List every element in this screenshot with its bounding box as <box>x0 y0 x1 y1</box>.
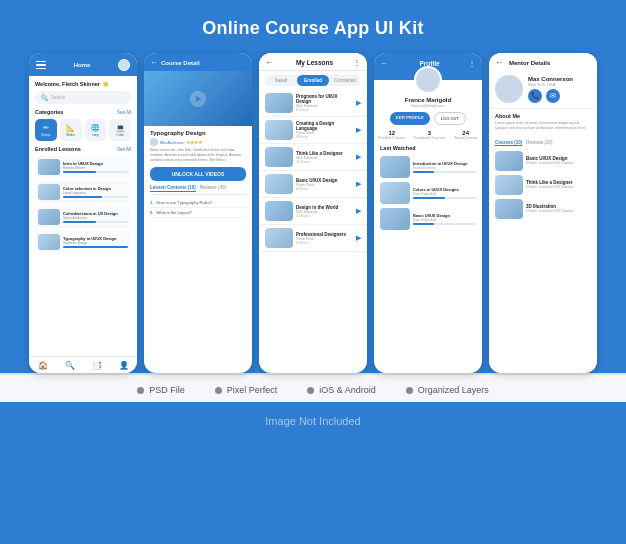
mentor-location: New York, USA <box>528 82 591 87</box>
category-language[interactable]: 🌐 Lang <box>85 119 107 141</box>
phone1-title: Home <box>74 62 91 68</box>
badge-dot <box>406 387 413 394</box>
tab-reviews[interactable]: Reviews (20) <box>526 140 552 146</box>
lessons-tab-bar: Saved Enrolled Completed <box>265 75 361 86</box>
hamburger-icon[interactable] <box>36 61 46 70</box>
bottom-badges-bar: PSD File Pixel Perfect iOS & Android Org… <box>0 373 626 402</box>
back-arrow-icon[interactable]: ← <box>150 58 158 67</box>
stats-row: 12 Enrolled Courses 3 Completed Courses … <box>374 130 482 140</box>
mc-info: 3D Illustration 6 Hours · Completed 4/20… <box>526 204 573 213</box>
badge-pixel: Pixel Perfect <box>215 385 278 395</box>
list-item[interactable]: Think Like a Designer 8 Hours · Complete… <box>489 173 597 197</box>
lesson-thumb <box>265 174 293 194</box>
list-item[interactable]: Professional Designers Fiona Clark 8 Hou… <box>259 225 367 252</box>
list-item[interactable]: Creating a Design Language Fiona Clark 8… <box>259 117 367 144</box>
tab-completed[interactable]: Completed <box>329 75 361 86</box>
watched-info: Colors in UI/UX Designs Dave Hopperfield <box>413 187 476 199</box>
logout-button[interactable]: LOG OUT <box>434 112 466 125</box>
enroll-button[interactable]: UNLOCK ALL VIDEOS <box>150 167 246 181</box>
course-author: Mia Anderson ★★★★ <box>150 138 246 146</box>
menu-icon[interactable]: ⋮ <box>468 59 476 68</box>
design-icon: ✏ <box>43 124 49 132</box>
course-name: Typography Design <box>150 130 246 136</box>
lesson-info: Professional Designers Fiona Clark 8 Hou… <box>296 232 353 245</box>
category-maths[interactable]: 📐 Maths <box>60 119 82 141</box>
course-detail-title: Course Detail <box>161 60 200 66</box>
home-nav-icon[interactable]: 🏠 <box>38 361 48 370</box>
list-item[interactable]: Intro to UI/UX Design Ramsey Skinner <box>35 156 131 178</box>
badge-label: PSD File <box>149 385 185 395</box>
chevron-right-icon: ▶ <box>356 99 361 107</box>
about-title: About Me <box>495 113 591 119</box>
mentor-info: Max Connerson New York, USA 📞 ✉ <box>528 76 591 103</box>
watched-info: Basic UI/UX Design Dave Hopperfield <box>413 213 476 225</box>
enrolled-list: Intro to UI/UX Design Ramsey Skinner Col… <box>35 156 131 253</box>
list-item[interactable]: Introduction to UI/UX Design Brooke Funs… <box>374 154 482 180</box>
list-item[interactable]: 1. How to use Typography Rules? <box>150 198 246 208</box>
back-arrow-icon[interactable]: ← <box>265 58 273 67</box>
menu-icon[interactable]: ⋮ <box>353 58 361 67</box>
profile-avatar <box>414 66 442 94</box>
tab-lesson-contents[interactable]: Lesson Contents (10) <box>150 185 196 192</box>
chevron-right-icon: ▶ <box>356 180 361 188</box>
tab-reviews[interactable]: Reviews (40) <box>200 185 226 192</box>
message-icon-button[interactable]: ✉ <box>546 89 560 103</box>
footer-text: Image Not Included <box>265 415 360 427</box>
profile-avatar-wrap <box>374 66 482 94</box>
enrolled-thumb-2 <box>38 184 60 200</box>
mentor-course-tabs: Courses (10) Reviews (20) <box>489 140 597 146</box>
list-item[interactable]: Colordecisions in UX Design Storrie Ashb… <box>35 206 131 228</box>
list-item[interactable]: Programs for UI/UX Design Nick Edwards 8… <box>259 90 367 117</box>
list-item[interactable]: Basic UI/UX Design Dave Hopperfield <box>374 206 482 232</box>
search-bar[interactable]: 🔍 Search <box>35 91 131 104</box>
enrolled-info-2: Color selection in Design Laura Langströ… <box>63 186 128 198</box>
list-item[interactable]: Basic UI/UX Design 8 Hours · Completed 4… <box>489 149 597 173</box>
list-item[interactable]: Think Like a Designer Nick Edwards 10 Ho… <box>259 144 367 171</box>
list-item[interactable]: Typography in UI/UX Design Daydream Desi… <box>35 231 131 253</box>
edit-profile-button[interactable]: EDIT PROFILE <box>390 112 430 125</box>
top-section: Online Course App UI Kit <box>0 0 626 53</box>
phone-mentor-details: ← Mentor Details Max Connerson New York,… <box>489 53 597 373</box>
last-watched-title: Last Watched <box>380 145 476 151</box>
badge-dot <box>307 387 314 394</box>
list-item[interactable]: Design in the World Nick Edwards 12 Hour… <box>259 198 367 225</box>
lesson-thumb <box>265 201 293 221</box>
profile-nav-icon[interactable]: 👤 <box>119 361 129 370</box>
stat-completed: 3 Completed Courses <box>414 130 445 140</box>
list-item[interactable]: 3D Illustration 6 Hours · Completed 4/20… <box>489 197 597 221</box>
list-item[interactable]: Color selection in Design Laura Langströ… <box>35 181 131 203</box>
list-item[interactable]: Colors in UI/UX Designs Dave Hopperfield <box>374 180 482 206</box>
badge-label: Organized Layers <box>418 385 489 395</box>
chevron-right-icon: ▶ <box>356 207 361 215</box>
mentor-top: Max Connerson New York, USA 📞 ✉ <box>489 70 597 109</box>
search-nav-icon[interactable]: 🔍 <box>65 361 75 370</box>
bottom-nav: 🏠 🔍 📑 👤 <box>29 356 137 373</box>
enrolled-info-3: Colordecisions in UX Design Storrie Ashb… <box>63 211 128 223</box>
back-arrow-icon[interactable]: ← <box>495 58 503 67</box>
bookmark-nav-icon[interactable]: 📑 <box>92 361 102 370</box>
list-item[interactable]: Basic UI/UX Design Fiona Clark 8 Hours ▶ <box>259 171 367 198</box>
category-design[interactable]: ✏ Design <box>35 119 57 141</box>
enrolled-thumb-4 <box>38 234 60 250</box>
category-code[interactable]: 💻 Code <box>109 119 131 141</box>
enrolled-label: Enrolled Lessons <box>35 146 81 152</box>
welcome-text: Welcome, Fletch Skinner 👋 <box>35 81 131 87</box>
mentor-avatar <box>495 75 523 103</box>
back-arrow-icon[interactable]: ← <box>380 59 388 68</box>
tab-enrolled[interactable]: Enrolled <box>297 75 329 86</box>
phone-icon-button[interactable]: 📞 <box>528 89 542 103</box>
see-all-enrolled[interactable]: See All <box>117 147 131 152</box>
chevron-right-icon: ▶ <box>356 153 361 161</box>
see-all-categories[interactable]: See All <box>117 110 131 115</box>
phone2-top-bar: ← Course Detail <box>144 53 252 71</box>
author-avatar <box>150 138 158 146</box>
lesson-thumb <box>265 120 293 140</box>
message-icon: ✉ <box>550 92 556 100</box>
watched-thumb <box>380 156 410 178</box>
phone1-header: Home <box>29 53 137 76</box>
list-item[interactable]: 2. What is the Layout? <box>150 208 246 218</box>
phone-course-detail: ← Course Detail Typography Design Mia An… <box>144 53 252 373</box>
tab-courses[interactable]: Courses (10) <box>495 140 522 146</box>
tab-saved[interactable]: Saved <box>265 75 297 86</box>
lesson-info: Programs for UI/UX Design Nick Edwards 8… <box>296 94 353 112</box>
